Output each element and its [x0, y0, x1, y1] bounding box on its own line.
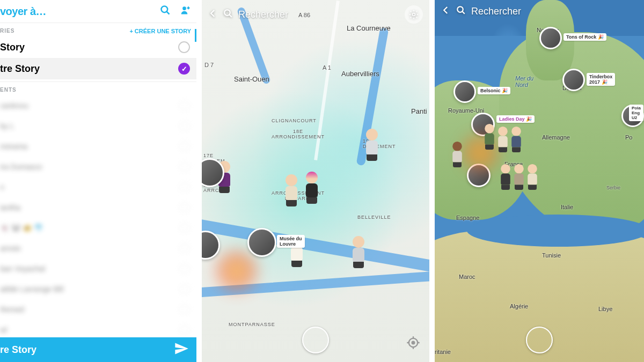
recent-row[interactable]: merama: [0, 136, 196, 157]
recenter-button[interactable]: [406, 335, 421, 350]
recent-row[interactable]: ban Voyachal: [0, 258, 196, 279]
event-tag[interactable]: Pola Eng U2: [629, 105, 643, 121]
send-bar-label: re Story: [0, 344, 36, 356]
recent-row[interactable]: iantha: [0, 197, 196, 218]
country-label: Espagne: [456, 215, 479, 221]
friend-bitmoji[interactable]: [349, 236, 368, 268]
select-ring-icon[interactable]: [179, 324, 190, 335]
country-label: ritanie: [435, 349, 451, 355]
create-story-button[interactable]: + CRÉER UNE STORY: [129, 28, 191, 34]
world-map[interactable]: Norvège Mer du Nord Danem Royaume-Uni Al…: [435, 0, 644, 362]
recent-name: merama: [0, 142, 27, 151]
recent-row[interactable]: amoto: [0, 238, 196, 258]
select-ring-icon[interactable]: [179, 202, 190, 213]
event-tag[interactable]: Belsonic 🎉: [478, 87, 510, 94]
recent-row[interactable]: atilde Lavrange Bill: [0, 279, 196, 299]
road-label: A 1: [323, 64, 331, 71]
send-icon[interactable]: [174, 341, 189, 359]
recent-name: Remed: [0, 305, 24, 314]
recent-row[interactable]: Remed: [0, 299, 196, 320]
friend-bitmoji[interactable]: [363, 129, 381, 161]
country-label: Serbie: [606, 185, 620, 190]
recent-row[interactable]: 👻 🐼 🐠 🐬: [0, 218, 196, 238]
search-icon[interactable]: [160, 5, 171, 18]
search-placeholder: Rechercher: [471, 6, 521, 17]
country-label: Algérie: [510, 303, 528, 309]
recent-row[interactable]: by L: [0, 116, 196, 136]
map-search-bar[interactable]: Rechercher: [208, 5, 423, 24]
friend-bitmoji[interactable]: [495, 127, 510, 152]
svg-point-0: [162, 6, 168, 13]
country-label: Tunisie: [542, 252, 561, 258]
friend-bitmoji[interactable]: [525, 164, 539, 190]
our-story-label: tre Story: [0, 63, 40, 75]
back-icon[interactable]: [208, 9, 218, 20]
select-ring-icon[interactable]: [179, 223, 190, 233]
story-pin[interactable]: [202, 231, 220, 260]
send-bar[interactable]: re Story: [0, 337, 196, 362]
place-label: Saint-Ouen: [234, 75, 269, 83]
settings-button[interactable]: [405, 5, 423, 24]
event-story-pin[interactable]: [453, 80, 476, 103]
select-ring-icon[interactable]: [179, 161, 190, 172]
select-ring-icon[interactable]: [179, 121, 190, 131]
district-label: MONTPARNASSE: [229, 322, 275, 327]
svg-line-1: [167, 12, 170, 14]
self-location-button[interactable]: [526, 327, 553, 353]
place-label: La Courneuve: [347, 24, 391, 32]
send-to-panel: voyer à… RIES + CRÉER UNE STORY Story tr…: [0, 0, 196, 362]
select-ring-icon[interactable]: [179, 284, 190, 294]
story-pin[interactable]: [247, 228, 276, 257]
select-ring-icon[interactable]: [179, 304, 190, 315]
poi-label-louvre[interactable]: Musée du Louvre: [277, 235, 305, 248]
event-story-pin[interactable]: [562, 69, 585, 91]
search-icon[interactable]: [456, 5, 466, 17]
event-tag[interactable]: Ladies Day 🎉: [496, 115, 535, 123]
search-placeholder: Rechercher: [238, 9, 288, 20]
select-ring-icon[interactable]: [179, 141, 190, 152]
friend-bitmoji[interactable]: [282, 174, 301, 206]
send-to-header: voyer à…: [0, 0, 196, 23]
my-story-label: Story: [0, 42, 25, 53]
friend-bitmoji[interactable]: [498, 164, 513, 190]
self-location-button[interactable]: [302, 327, 329, 353]
svg-line-4: [229, 14, 232, 17]
select-ring-icon[interactable]: [179, 182, 190, 193]
recent-name: ban Voyachal: [0, 264, 45, 273]
country-label: Libye: [598, 306, 612, 312]
my-story-row[interactable]: Story: [0, 36, 196, 58]
svg-point-8: [457, 6, 463, 12]
select-ring-icon[interactable]: [179, 263, 190, 274]
city-map[interactable]: A 86 La Courneuve D 7 A 1 Saint-Ouen Aub…: [202, 0, 429, 362]
header-title: voyer à…: [0, 5, 46, 18]
add-friend-icon[interactable]: [180, 5, 191, 18]
stories-section-header: RIES + CRÉER UNE STORY: [0, 23, 196, 36]
recent-name: 👻 🐼 🐠 🐬: [0, 224, 43, 232]
friend-bitmoji[interactable]: [509, 127, 523, 152]
select-ring-icon[interactable]: [178, 41, 190, 53]
recent-row[interactable]: canknou: [0, 95, 196, 116]
recent-row[interactable]: ira Dumasco: [0, 157, 196, 177]
district-label: 18E ARRONDISSEMENT: [272, 129, 325, 139]
our-story-row[interactable]: tre Story ✓: [0, 58, 196, 79]
recent-name: n: [0, 183, 4, 191]
friend-bitmoji[interactable]: [482, 124, 496, 150]
back-icon[interactable]: [441, 5, 451, 17]
select-ring-icon[interactable]: [179, 243, 190, 254]
recent-row[interactable]: n: [0, 177, 196, 197]
map-search-bar[interactable]: Rechercher: [441, 5, 638, 17]
checkmark-icon[interactable]: ✓: [178, 63, 190, 75]
recent-name: canknou: [0, 101, 28, 110]
district-label: BELLEVILLE: [357, 215, 391, 220]
friend-bitmoji[interactable]: [450, 142, 464, 167]
event-tag[interactable]: Tinderbox 2017 🎉: [587, 73, 615, 86]
friend-bitmoji[interactable]: [511, 164, 526, 190]
country-label: Maroc: [459, 274, 475, 280]
event-story-pin[interactable]: [539, 27, 562, 49]
friend-bitmoji[interactable]: [303, 172, 321, 204]
world-map-panel[interactable]: Norvège Mer du Nord Danem Royaume-Uni Al…: [435, 0, 644, 362]
event-tag[interactable]: Tons of Rock 🎉: [564, 33, 606, 41]
city-map-panel[interactable]: A 86 La Courneuve D 7 A 1 Saint-Ouen Aub…: [202, 0, 429, 362]
select-ring-icon[interactable]: [179, 100, 190, 111]
search-icon[interactable]: [223, 9, 233, 20]
